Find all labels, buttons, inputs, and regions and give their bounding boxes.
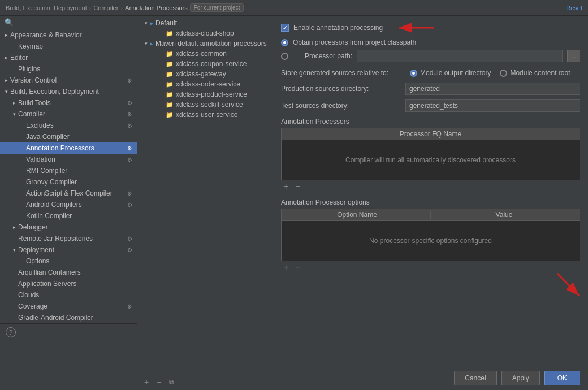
search-icon[interactable]: 🔍 — [5, 18, 14, 27]
reset-link[interactable]: Reset — [566, 5, 582, 11]
processor-path-input[interactable] — [357, 50, 563, 62]
ap-section-title: Annotation Processors — [281, 118, 580, 125]
expand-arrow: ▸ — [2, 32, 10, 38]
sidebar-item-coverage[interactable]: Coverage ⚙ — [0, 301, 137, 312]
tree-item-maven-default[interactable]: ▾ ▸ Maven default annotation processors — [137, 38, 273, 49]
breadcrumb-sep-1: › — [89, 5, 92, 11]
sidebar-item-compiler[interactable]: ▾ Compiler ⚙ — [0, 109, 137, 120]
sidebar-item-plugins[interactable]: Plugins — [0, 63, 137, 75]
module-output-option: Module output directory — [410, 69, 491, 77]
sidebar-item-build-exec[interactable]: ▾ Build, Execution, Deployment — [0, 86, 137, 97]
tree-item-cloud-shop[interactable]: 📁 xdclass-cloud-shop — [137, 28, 273, 38]
folder-icon: 📁 — [166, 71, 174, 78]
sidebar-item-options[interactable]: Options — [0, 255, 137, 267]
sidebar-item-clouds[interactable]: Clouds — [0, 289, 137, 301]
sidebar-item-deployment[interactable]: ▾ Deployment ⚙ — [0, 244, 137, 255]
tree-item-label: Default — [155, 19, 177, 27]
ap-add-button[interactable]: + — [281, 182, 291, 191]
processor-path-row: Processor path: ... — [281, 50, 580, 62]
tree-item-default[interactable]: ▾ ▸ Default — [137, 18, 273, 28]
remove-button[interactable]: − — [154, 376, 163, 388]
ap-options-toolbar: + − — [281, 261, 580, 274]
test-sources-row: Test sources directory: — [281, 99, 580, 112]
module-output-radio[interactable] — [410, 70, 417, 77]
apply-button[interactable]: Apply — [501, 371, 540, 385]
sidebar-item-label: Excludes — [26, 122, 125, 129]
sidebar-item-label: Build, Execution, Deployment — [10, 88, 132, 96]
red-arrow-ok-annotation — [552, 271, 586, 299]
help-icon[interactable]: ? — [6, 327, 16, 337]
sidebar-item-java-compiler[interactable]: Java Compiler — [0, 131, 137, 142]
sidebar-item-kotlin-compiler[interactable]: Kotlin Compiler — [0, 210, 137, 222]
folder-icon: 📁 — [166, 111, 174, 119]
obtain-label: Obtain processors from project classpath — [293, 38, 416, 46]
folder-icon: 📁 — [166, 50, 174, 58]
expand-arrow: ▾ — [10, 111, 18, 117]
sidebar-item-label: Kotlin Compiler — [26, 212, 132, 220]
gear-icon: ⚙ — [127, 157, 132, 163]
obtain-radio[interactable] — [281, 39, 288, 46]
cancel-button[interactable]: Cancel — [454, 371, 496, 385]
right-panel: ✓ Enable annotation processing Obtain pr… — [273, 16, 588, 390]
module-content-radio[interactable] — [500, 70, 507, 77]
tree-item-user[interactable]: 📁 xdclass-user-service — [137, 110, 273, 120]
sidebar-item-annotation-processors[interactable]: Annotation Processors ⚙ — [0, 142, 137, 154]
sidebar-item-label: Keymap — [18, 42, 132, 50]
sidebar-item-rmi-compiler[interactable]: RMI Compiler — [0, 165, 137, 176]
sidebar-item-build-tools[interactable]: ▸ Build Tools ⚙ — [0, 97, 137, 109]
ap-opt-add-button[interactable]: + — [281, 263, 291, 272]
right-content: ✓ Enable annotation processing Obtain pr… — [273, 16, 588, 366]
sidebar-item-label: Plugins — [18, 65, 132, 73]
breadcrumb-segment-2[interactable]: Compiler — [93, 5, 118, 11]
sidebar-item-gradle-android[interactable]: Gradle-Android Compiler — [0, 312, 137, 323]
red-arrow-annotation — [392, 21, 437, 34]
processor-path-label: Processor path: — [305, 52, 352, 60]
sidebar-item-excludes[interactable]: Excludes ⚙ — [0, 120, 137, 131]
copy-button[interactable]: ⧉ — [167, 377, 176, 387]
sidebar: 🔍 ▸ Appearance & Behavior Keymap ▸ Edito… — [0, 16, 137, 390]
ap-opt-remove-button[interactable]: − — [293, 263, 302, 272]
tree-toolbar: + − ⧉ — [137, 374, 273, 390]
gear-icon: ⚙ — [127, 77, 132, 84]
sidebar-item-app-servers[interactable]: Application Servers — [0, 278, 137, 289]
sidebar-item-debugger[interactable]: ▸ Debugger — [0, 222, 137, 233]
tree-item-seckill[interactable]: 📁 xdclass-seckill-service — [137, 99, 273, 110]
sidebar-item-label: Gradle-Android Compiler — [18, 314, 132, 322]
gear-icon: ⚙ — [127, 145, 132, 151]
sidebar-item-android-compilers[interactable]: Android Compilers ⚙ — [0, 199, 137, 210]
sgs-row: Store generated sources relative to: Mod… — [281, 69, 580, 77]
sidebar-item-remote-jar[interactable]: Remote Jar Repositories ⚙ — [0, 233, 137, 244]
folder-icon: ▸ — [150, 19, 153, 27]
sidebar-item-groovy-compiler[interactable]: Groovy Compiler — [0, 176, 137, 188]
sidebar-item-vcs[interactable]: ▸ Version Control ⚙ — [0, 75, 137, 86]
folder-icon: 📁 — [166, 60, 174, 68]
enable-checkbox[interactable]: ✓ — [281, 24, 289, 32]
check-mark: ✓ — [283, 25, 287, 31]
add-button[interactable]: + — [142, 376, 151, 388]
ok-button[interactable]: OK — [544, 371, 580, 385]
folder-icon: 📁 — [166, 91, 174, 98]
enable-label: Enable annotation processing — [293, 24, 383, 32]
sidebar-item-keymap[interactable]: Keymap — [0, 41, 137, 52]
sidebar-item-label: Java Compiler — [26, 133, 132, 141]
tree-item-common[interactable]: 📁 xdclass-common — [137, 49, 273, 59]
breadcrumb-segment-1[interactable]: Build, Execution, Deployment — [6, 5, 87, 11]
sidebar-item-editor[interactable]: ▸ Editor — [0, 52, 137, 63]
ap-remove-button[interactable]: − — [293, 182, 302, 191]
processor-path-browse-button[interactable]: ... — [567, 50, 580, 62]
tree-item-product[interactable]: 📁 xdclass-product-service — [137, 89, 273, 99]
tree-item-gateway[interactable]: 📁 xdclass-gateway — [137, 69, 273, 79]
sidebar-item-appearance[interactable]: ▸ Appearance & Behavior — [0, 29, 137, 41]
tree-item-coupon[interactable]: 📁 xdclass-coupon-service — [137, 59, 273, 69]
folder-icon: 📁 — [166, 81, 174, 88]
prod-sources-input[interactable] — [405, 83, 580, 95]
sidebar-item-actionscript[interactable]: ActionScript & Flex Compiler ⚙ — [0, 188, 137, 199]
test-sources-input[interactable] — [405, 99, 580, 112]
sidebar-item-label: Coverage — [18, 302, 125, 310]
tree-item-order[interactable]: 📁 xdclass-order-service — [137, 79, 273, 89]
sidebar-item-arquillian[interactable]: Arquillian Containers — [0, 267, 137, 278]
sidebar-item-validation[interactable]: Validation ⚙ — [0, 154, 137, 165]
processor-path-radio[interactable] — [281, 53, 288, 60]
bottom-bar: Cancel Apply OK — [273, 366, 588, 390]
obtain-radio-row: Obtain processors from project classpath — [281, 38, 580, 46]
